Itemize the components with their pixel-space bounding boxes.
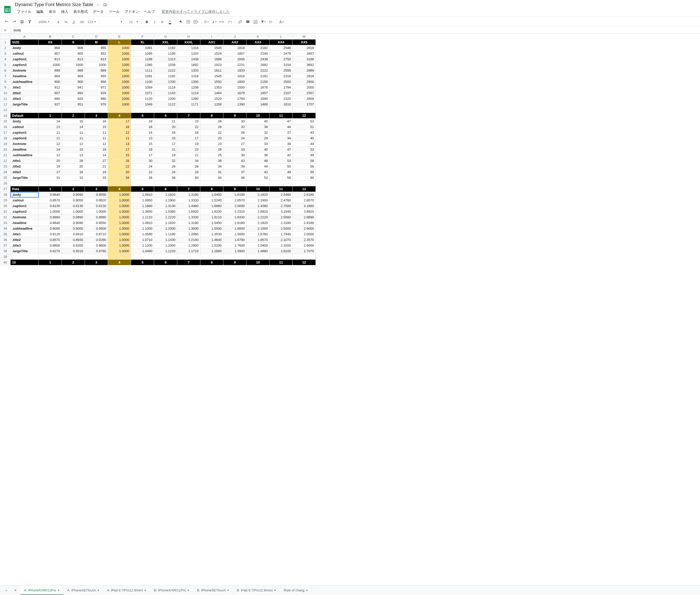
cell-I28[interactable]: 1.5450 (200, 192, 224, 198)
cell-J29[interactable]: 1.8570 (224, 198, 246, 203)
cell-M35[interactable]: 2.0000 (293, 231, 316, 237)
cell-J24[interactable]: 37 (224, 169, 246, 175)
cell-C10[interactable]: 893 (62, 90, 85, 96)
cell-B28[interactable]: 0.8640 (39, 192, 62, 198)
cell-F35[interactable]: 1.0590 (131, 231, 154, 237)
cell-I9[interactable]: 1353 (200, 85, 224, 90)
cell-L17[interactable]: 37 (270, 130, 293, 136)
cell-E39[interactable] (108, 254, 131, 260)
cell-B22[interactable]: 25 (39, 158, 62, 164)
cell-A35[interactable]: .title1 (10, 231, 39, 237)
row-header-34[interactable]: 34 (0, 226, 10, 231)
cell-K26[interactable] (246, 181, 270, 186)
cell-M40[interactable]: 12 (293, 260, 316, 265)
column-header-E[interactable]: E (108, 34, 131, 39)
cell-I18[interactable]: 20 (200, 136, 224, 141)
cell-K11[interactable]: 2040 (246, 96, 270, 102)
row-header-7[interactable]: 7 (0, 74, 10, 79)
cell-B40[interactable]: 1 (39, 260, 62, 265)
cell-K29[interactable]: 2.1900 (246, 198, 270, 203)
all-sheets-button[interactable]: ≡ (11, 587, 20, 594)
cell-L9[interactable]: 1794 (270, 85, 293, 90)
cell-L25[interactable]: 56 (270, 175, 293, 181)
cell-J7[interactable]: 1818 (224, 74, 246, 79)
cell-K36[interactable]: 1.8570 (246, 237, 270, 243)
star-icon[interactable]: ☆ (96, 3, 100, 7)
cell-H3[interactable]: 1333 (177, 51, 200, 56)
cell-K28[interactable]: 2.1820 (246, 192, 270, 198)
cell-J39[interactable] (224, 254, 246, 260)
cell-J17[interactable]: 26 (224, 130, 246, 136)
cell-H5[interactable]: 1692 (177, 62, 200, 68)
cell-F5[interactable]: 1385 (131, 62, 154, 68)
cell-E36[interactable]: 1.0000 (108, 237, 131, 243)
cell-B5[interactable]: 1000 (39, 62, 62, 68)
cell-L37[interactable]: 2.3200 (270, 243, 293, 248)
cell-C38[interactable]: 0.9510 (62, 248, 85, 254)
cell-K5[interactable]: 2692 (246, 62, 270, 68)
cell-F4[interactable]: 1188 (131, 56, 154, 62)
cell-H11[interactable]: 1280 (177, 96, 200, 102)
document-title[interactable]: Dynamic Type Font Metrics Size Table (15, 2, 93, 7)
cell-B23[interactable]: 19 (39, 164, 62, 169)
cell-E13[interactable] (108, 107, 131, 113)
cell-F24[interactable]: 22 (131, 169, 154, 175)
column-header-A[interactable]: A (10, 34, 39, 39)
cell-D9[interactable]: 971 (85, 85, 108, 90)
row-header-3[interactable]: 3 (0, 51, 10, 56)
save-status[interactable]: 変更内容をすべてドライブに保存しました (162, 9, 230, 14)
cell-K18[interactable]: 29 (246, 136, 270, 141)
cell-J13[interactable] (224, 107, 246, 113)
cell-L10[interactable]: 2107 (270, 90, 293, 96)
cell-E30[interactable]: 1.0000 (108, 203, 131, 209)
cell-G28[interactable]: 1.1820 (154, 192, 177, 198)
cell-I29[interactable]: 1.5240 (200, 198, 224, 203)
sheet-tab-5[interactable]: B: iPad 9.7/Pro12.9/mini▼ (233, 586, 280, 595)
cell-A18[interactable]: .caption2 (10, 136, 39, 141)
cell-J12[interactable]: 1390 (224, 102, 246, 107)
cell-J19[interactable]: 27 (224, 141, 246, 147)
cell-I6[interactable]: 1611 (200, 68, 224, 74)
menu-アドオン[interactable]: アドオン (123, 8, 141, 15)
cell-M34[interactable]: 2.9000 (293, 226, 316, 231)
cell-K6[interactable]: 2222 (246, 68, 270, 74)
cell-F29[interactable]: 1.0950 (131, 198, 154, 203)
cell-C31[interactable]: 1.0000 (62, 209, 85, 215)
row-header-31[interactable]: 31 (0, 209, 10, 215)
cell-M4[interactable]: 3188 (293, 56, 316, 62)
cell-G4[interactable]: 1313 (154, 56, 177, 62)
add-sheet-button[interactable]: ＋ (2, 587, 10, 594)
cell-C37[interactable]: 0.9200 (62, 243, 85, 248)
horizontal-align-button[interactable]: ▾ (203, 18, 210, 25)
cell-A23[interactable]: .title2 (10, 164, 39, 169)
cell-A15[interactable]: .body (10, 118, 39, 124)
cell-C9[interactable]: 941 (62, 85, 85, 90)
cell-C22[interactable]: 26 (62, 158, 85, 164)
cell-K31[interactable]: 2.6920 (246, 209, 270, 215)
column-header-G[interactable]: G (154, 34, 177, 39)
cell-B32[interactable]: 0.8890 (39, 215, 62, 220)
cell-K39[interactable] (246, 254, 270, 260)
cell-I2[interactable]: 1545 (200, 45, 224, 51)
cell-G11[interactable]: 1200 (154, 96, 177, 102)
cell-L2[interactable]: 2546 (270, 45, 293, 51)
cell-D38[interactable]: 0.9760 (85, 248, 108, 254)
cell-E27[interactable]: 4 (108, 186, 131, 192)
cell-E11[interactable]: 1000 (108, 96, 131, 102)
cell-G17[interactable]: 16 (154, 130, 177, 136)
insert-link-button[interactable] (236, 18, 244, 25)
row-header-21[interactable]: 21 (0, 152, 10, 158)
cell-I30[interactable]: 1.6880 (200, 203, 224, 209)
cell-M8[interactable]: 2900 (293, 79, 316, 85)
cell-A16[interactable]: .callout (10, 124, 39, 130)
cell-K30[interactable]: 2.4380 (246, 203, 270, 209)
menu-挿入[interactable]: 挿入 (59, 8, 70, 15)
cell-L29[interactable]: 2.4760 (270, 198, 293, 203)
cell-H2[interactable]: 1318 (177, 45, 200, 51)
cell-I16[interactable]: 26 (200, 124, 224, 130)
cell-F7[interactable]: 1091 (131, 74, 154, 79)
cell-F19[interactable]: 15 (131, 141, 154, 147)
cell-I5[interactable]: 1923 (200, 62, 224, 68)
cell-B39[interactable] (39, 254, 62, 260)
cell-C40[interactable]: 2 (62, 260, 85, 265)
